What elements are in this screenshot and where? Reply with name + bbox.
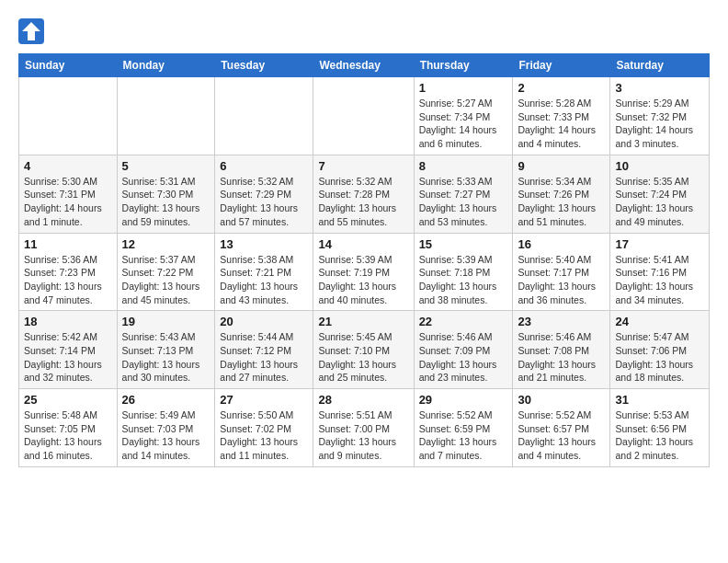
day-detail: Sunrise: 5:49 AM Sunset: 7:03 PM Dayligh… <box>122 408 210 463</box>
logo-icon <box>18 18 44 44</box>
day-number: 9 <box>518 159 605 173</box>
day-number: 16 <box>518 237 605 251</box>
day-detail: Sunrise: 5:33 AM Sunset: 7:27 PM Dayligh… <box>419 175 508 229</box>
calendar-cell: 8Sunrise: 5:33 AM Sunset: 7:27 PM Daylig… <box>414 155 513 233</box>
calendar-week-row: 25Sunrise: 5:48 AM Sunset: 7:05 PM Dayli… <box>19 389 710 467</box>
calendar-cell: 11Sunrise: 5:36 AM Sunset: 7:23 PM Dayli… <box>19 233 118 311</box>
calendar-cell: 30Sunrise: 5:52 AM Sunset: 6:57 PM Dayli… <box>513 389 610 467</box>
day-detail: Sunrise: 5:41 AM Sunset: 7:16 PM Dayligh… <box>615 253 704 307</box>
day-detail: Sunrise: 5:45 AM Sunset: 7:10 PM Dayligh… <box>318 330 408 385</box>
calendar-cell: 23Sunrise: 5:46 AM Sunset: 7:08 PM Dayli… <box>513 311 610 389</box>
calendar-cell: 2Sunrise: 5:28 AM Sunset: 7:33 PM Daylig… <box>513 77 610 155</box>
day-detail: Sunrise: 5:47 AM Sunset: 7:06 PM Dayligh… <box>615 330 704 385</box>
day-detail: Sunrise: 5:32 AM Sunset: 7:29 PM Dayligh… <box>220 175 308 229</box>
calendar-table: SundayMondayTuesdayWednesdayThursdayFrid… <box>18 53 710 467</box>
day-detail: Sunrise: 5:43 AM Sunset: 7:13 PM Dayligh… <box>122 330 210 385</box>
day-detail: Sunrise: 5:42 AM Sunset: 7:14 PM Dayligh… <box>24 330 112 385</box>
day-number: 21 <box>318 315 408 328</box>
calendar-cell: 15Sunrise: 5:39 AM Sunset: 7:18 PM Dayli… <box>414 233 513 311</box>
calendar-cell <box>19 77 118 155</box>
day-number: 6 <box>220 159 308 173</box>
day-detail: Sunrise: 5:38 AM Sunset: 7:21 PM Dayligh… <box>220 253 308 307</box>
day-number: 23 <box>518 315 605 328</box>
day-detail: Sunrise: 5:50 AM Sunset: 7:02 PM Dayligh… <box>220 408 308 463</box>
day-detail: Sunrise: 5:35 AM Sunset: 7:24 PM Dayligh… <box>615 175 704 229</box>
day-detail: Sunrise: 5:52 AM Sunset: 6:57 PM Dayligh… <box>518 408 605 463</box>
calendar-cell: 6Sunrise: 5:32 AM Sunset: 7:29 PM Daylig… <box>215 155 313 233</box>
calendar-cell: 22Sunrise: 5:46 AM Sunset: 7:09 PM Dayli… <box>414 311 513 389</box>
calendar-week-row: 1Sunrise: 5:27 AM Sunset: 7:34 PM Daylig… <box>19 77 710 155</box>
day-detail: Sunrise: 5:37 AM Sunset: 7:22 PM Dayligh… <box>122 253 210 307</box>
day-number: 15 <box>419 237 508 251</box>
calendar-cell: 18Sunrise: 5:42 AM Sunset: 7:14 PM Dayli… <box>19 311 118 389</box>
day-detail: Sunrise: 5:46 AM Sunset: 7:08 PM Dayligh… <box>518 330 605 385</box>
calendar-cell: 16Sunrise: 5:40 AM Sunset: 7:17 PM Dayli… <box>513 233 610 311</box>
calendar-cell: 20Sunrise: 5:44 AM Sunset: 7:12 PM Dayli… <box>215 311 313 389</box>
calendar-cell: 9Sunrise: 5:34 AM Sunset: 7:26 PM Daylig… <box>513 155 610 233</box>
day-detail: Sunrise: 5:39 AM Sunset: 7:18 PM Dayligh… <box>419 253 508 307</box>
calendar-cell <box>215 77 313 155</box>
day-detail: Sunrise: 5:40 AM Sunset: 7:17 PM Dayligh… <box>518 253 605 307</box>
column-header-monday: Monday <box>117 54 215 77</box>
calendar-cell: 25Sunrise: 5:48 AM Sunset: 7:05 PM Dayli… <box>19 389 118 467</box>
column-header-wednesday: Wednesday <box>313 54 414 77</box>
calendar-cell: 13Sunrise: 5:38 AM Sunset: 7:21 PM Dayli… <box>215 233 313 311</box>
day-number: 26 <box>122 393 210 407</box>
day-detail: Sunrise: 5:30 AM Sunset: 7:31 PM Dayligh… <box>24 175 112 229</box>
calendar-header-row: SundayMondayTuesdayWednesdayThursdayFrid… <box>19 54 710 77</box>
day-number: 18 <box>24 315 112 328</box>
logo <box>18 18 46 44</box>
column-header-sunday: Sunday <box>19 54 118 77</box>
calendar-cell: 17Sunrise: 5:41 AM Sunset: 7:16 PM Dayli… <box>610 233 710 311</box>
day-detail: Sunrise: 5:39 AM Sunset: 7:19 PM Dayligh… <box>318 253 408 307</box>
day-number: 19 <box>122 315 210 328</box>
calendar-cell: 7Sunrise: 5:32 AM Sunset: 7:28 PM Daylig… <box>313 155 414 233</box>
day-number: 27 <box>220 393 308 407</box>
calendar-cell: 27Sunrise: 5:50 AM Sunset: 7:02 PM Dayli… <box>215 389 313 467</box>
calendar-cell <box>313 77 414 155</box>
calendar-week-row: 18Sunrise: 5:42 AM Sunset: 7:14 PM Dayli… <box>19 311 710 389</box>
calendar-week-row: 11Sunrise: 5:36 AM Sunset: 7:23 PM Dayli… <box>19 233 710 311</box>
calendar-cell: 5Sunrise: 5:31 AM Sunset: 7:30 PM Daylig… <box>117 155 215 233</box>
calendar-cell <box>117 77 215 155</box>
day-number: 29 <box>419 393 508 407</box>
calendar-cell: 29Sunrise: 5:52 AM Sunset: 6:59 PM Dayli… <box>414 389 513 467</box>
day-detail: Sunrise: 5:28 AM Sunset: 7:33 PM Dayligh… <box>518 97 605 151</box>
calendar-week-row: 4Sunrise: 5:30 AM Sunset: 7:31 PM Daylig… <box>19 155 710 233</box>
day-detail: Sunrise: 5:51 AM Sunset: 7:00 PM Dayligh… <box>318 408 408 463</box>
day-detail: Sunrise: 5:31 AM Sunset: 7:30 PM Dayligh… <box>122 175 210 229</box>
page-header <box>18 18 710 44</box>
day-number: 22 <box>419 315 508 328</box>
calendar-cell: 10Sunrise: 5:35 AM Sunset: 7:24 PM Dayli… <box>610 155 710 233</box>
day-detail: Sunrise: 5:29 AM Sunset: 7:32 PM Dayligh… <box>615 97 704 151</box>
day-number: 10 <box>615 159 704 173</box>
day-number: 4 <box>24 159 112 173</box>
calendar-cell: 24Sunrise: 5:47 AM Sunset: 7:06 PM Dayli… <box>610 311 710 389</box>
day-number: 24 <box>615 315 704 328</box>
day-number: 2 <box>518 81 605 95</box>
day-number: 30 <box>518 393 605 407</box>
day-number: 3 <box>615 81 704 95</box>
calendar-cell: 12Sunrise: 5:37 AM Sunset: 7:22 PM Dayli… <box>117 233 215 311</box>
day-detail: Sunrise: 5:36 AM Sunset: 7:23 PM Dayligh… <box>24 253 112 307</box>
calendar-cell: 19Sunrise: 5:43 AM Sunset: 7:13 PM Dayli… <box>117 311 215 389</box>
day-number: 5 <box>122 159 210 173</box>
day-number: 25 <box>24 393 112 407</box>
calendar-cell: 3Sunrise: 5:29 AM Sunset: 7:32 PM Daylig… <box>610 77 710 155</box>
day-detail: Sunrise: 5:32 AM Sunset: 7:28 PM Dayligh… <box>318 175 408 229</box>
day-detail: Sunrise: 5:53 AM Sunset: 6:56 PM Dayligh… <box>615 408 704 463</box>
day-number: 12 <box>122 237 210 251</box>
day-detail: Sunrise: 5:27 AM Sunset: 7:34 PM Dayligh… <box>419 97 508 151</box>
column-header-thursday: Thursday <box>414 54 513 77</box>
calendar-cell: 21Sunrise: 5:45 AM Sunset: 7:10 PM Dayli… <box>313 311 414 389</box>
calendar-cell: 1Sunrise: 5:27 AM Sunset: 7:34 PM Daylig… <box>414 77 513 155</box>
day-number: 28 <box>318 393 408 407</box>
day-number: 31 <box>615 393 704 407</box>
day-number: 13 <box>220 237 308 251</box>
column-header-saturday: Saturday <box>610 54 710 77</box>
day-number: 7 <box>318 159 408 173</box>
calendar-cell: 14Sunrise: 5:39 AM Sunset: 7:19 PM Dayli… <box>313 233 414 311</box>
column-header-friday: Friday <box>513 54 610 77</box>
day-number: 14 <box>318 237 408 251</box>
column-header-tuesday: Tuesday <box>215 54 313 77</box>
